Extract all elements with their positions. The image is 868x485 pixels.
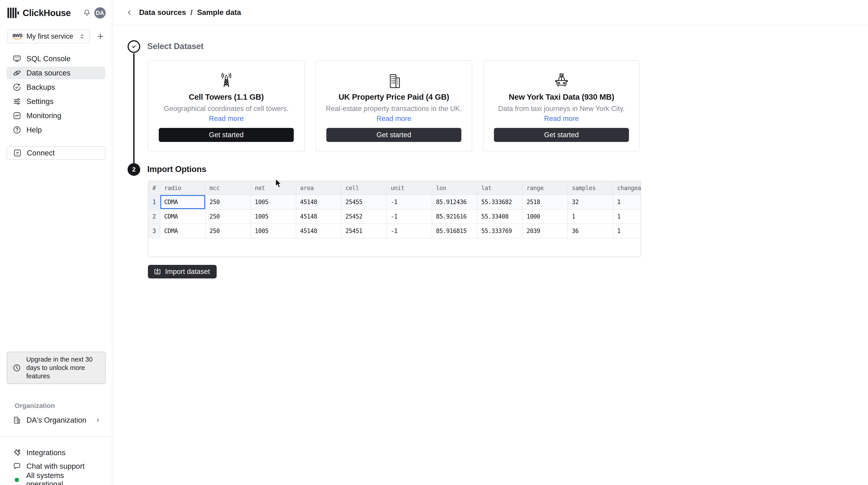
chat-bubble-icon bbox=[12, 462, 22, 471]
read-more-link[interactable]: Read more bbox=[209, 114, 244, 123]
table-cell-mcc[interactable]: 250 bbox=[205, 209, 251, 224]
table-cell-area[interactable]: 45148 bbox=[296, 195, 341, 209]
dataset-title: Cell Towers (1.1 GB) bbox=[189, 92, 264, 102]
table-cell-unit[interactable]: -1 bbox=[386, 209, 432, 224]
table-cell-cell[interactable]: 25451 bbox=[341, 224, 386, 238]
table-cell-range[interactable]: 1000 bbox=[522, 209, 568, 224]
sidebar-item-label: Settings bbox=[27, 97, 53, 106]
read-more-link[interactable]: Read more bbox=[544, 114, 579, 123]
column-header-range[interactable]: range bbox=[522, 181, 568, 195]
table-cell-lat[interactable]: 55.33408 bbox=[477, 209, 522, 224]
table-cell-unit[interactable]: -1 bbox=[386, 224, 432, 238]
table-cell-mcc[interactable]: 250 bbox=[205, 195, 251, 209]
get-started-button[interactable]: Get started bbox=[494, 128, 629, 142]
table-cell-lon[interactable]: 85.912436 bbox=[432, 195, 477, 209]
sidebar-item-label: Data sources bbox=[27, 69, 70, 77]
help-question-icon bbox=[12, 125, 22, 134]
select-dataset-title: Select Dataset bbox=[147, 41, 204, 51]
table-cell-area[interactable]: 45148 bbox=[296, 209, 341, 224]
table-cell-radio[interactable]: CDMA bbox=[160, 224, 205, 238]
sidebar-item-integrations[interactable]: Integrations bbox=[6, 448, 105, 458]
sql-console-icon bbox=[12, 54, 22, 63]
column-header-area[interactable]: area bbox=[296, 181, 341, 195]
dataset-card-ny-taxi: New York Taxi Data (930 MB) Data from ta… bbox=[483, 60, 640, 152]
back-chevron-icon[interactable] bbox=[126, 8, 134, 17]
table-cell-changeable[interactable]: 1 bbox=[613, 224, 641, 238]
table-cell-unit[interactable]: -1 bbox=[386, 195, 432, 209]
main-area: Data sources / Sample data Select Datase… bbox=[113, 0, 868, 485]
connect-label: Connect bbox=[27, 149, 55, 157]
sidebar-item-monitoring[interactable]: Monitoring bbox=[6, 109, 105, 122]
table-cell-samples[interactable]: 1 bbox=[568, 209, 613, 224]
dataset-card-cell-towers: Cell Towers (1.1 GB) Geographical coordi… bbox=[148, 60, 305, 152]
table-cell-net[interactable]: 1005 bbox=[251, 195, 296, 209]
column-header-lat[interactable]: lat bbox=[477, 181, 522, 195]
table-cell-cell[interactable]: 25452 bbox=[341, 209, 386, 224]
breadcrumb-parent[interactable]: Data sources bbox=[139, 8, 186, 17]
sidebar-item-label: Monitoring bbox=[27, 111, 61, 120]
column-header-changeable[interactable]: changeable bbox=[613, 181, 641, 195]
table-cell-lat[interactable]: 55.333769 bbox=[477, 224, 522, 238]
sidebar-item-data-sources[interactable]: Data sources bbox=[6, 67, 105, 79]
table-cell-net[interactable]: 1005 bbox=[251, 224, 296, 238]
organization-section-label: Organization bbox=[15, 402, 112, 409]
check-icon bbox=[130, 43, 137, 50]
sidebar-item-chat-support[interactable]: Chat with support bbox=[6, 461, 105, 472]
table-cell-mcc[interactable]: 250 bbox=[205, 224, 251, 238]
page-content: Select Dataset Cell Towers (1.1 GB) Geog… bbox=[113, 25, 868, 485]
column-header-lon[interactable]: lon bbox=[432, 181, 477, 195]
step-connector bbox=[133, 53, 134, 163]
footer-item-label: Chat with support bbox=[27, 462, 85, 471]
clickhouse-logo-icon[interactable] bbox=[7, 7, 19, 19]
sidebar-nav: SQL Console Data sources Ba bbox=[6, 53, 105, 136]
puzzle-icon bbox=[12, 448, 22, 457]
table-cell-samples[interactable]: 32 bbox=[568, 195, 613, 209]
table-cell-lon[interactable]: 85.921616 bbox=[432, 209, 477, 224]
column-header-mcc[interactable]: mcc bbox=[205, 181, 251, 195]
table-cell-cell[interactable]: 25455 bbox=[341, 195, 386, 209]
organization-switcher[interactable]: DA's Organization bbox=[6, 414, 105, 426]
clock-icon bbox=[7, 364, 26, 372]
row-number-header: # bbox=[148, 181, 160, 195]
connect-icon bbox=[13, 149, 22, 158]
upgrade-notice[interactable]: Upgrade in the next 30 days to unlock mo… bbox=[7, 352, 105, 384]
breadcrumb-separator: / bbox=[190, 8, 192, 17]
user-avatar[interactable]: DA bbox=[94, 7, 105, 19]
dataset-cards: Cell Towers (1.1 GB) Geographical coordi… bbox=[148, 60, 640, 152]
connect-button[interactable]: Connect bbox=[6, 146, 105, 160]
chevron-right-icon bbox=[94, 416, 102, 424]
get-started-button[interactable]: Get started bbox=[159, 128, 294, 142]
table-cell-area[interactable]: 45148 bbox=[296, 224, 341, 238]
system-status[interactable]: All systems operational bbox=[6, 475, 105, 485]
column-header-samples[interactable]: samples bbox=[568, 181, 613, 195]
table-cell-net[interactable]: 1005 bbox=[251, 209, 296, 224]
row-number: 2 bbox=[148, 209, 160, 224]
mouse-cursor bbox=[275, 179, 282, 189]
import-dataset-button[interactable]: Import dataset bbox=[148, 265, 217, 279]
step-2-indicator: 2 bbox=[128, 163, 140, 176]
column-header-radio[interactable]: radio bbox=[160, 181, 205, 195]
table-cell-changeable[interactable]: 1 bbox=[613, 195, 641, 209]
column-header-cell[interactable]: cell bbox=[341, 181, 386, 195]
table-cell-radio[interactable]: CDMA bbox=[160, 209, 205, 224]
sidebar-footer: Integrations Chat with support All syste… bbox=[6, 448, 105, 485]
sidebar-item-settings[interactable]: Settings bbox=[6, 95, 105, 108]
table-cell-samples[interactable]: 36 bbox=[568, 224, 613, 238]
column-header-net[interactable]: net bbox=[251, 181, 296, 195]
read-more-link[interactable]: Read more bbox=[377, 114, 411, 123]
sidebar-item-help[interactable]: Help bbox=[6, 124, 105, 136]
get-started-button[interactable]: Get started bbox=[327, 128, 461, 142]
notifications-bell-icon[interactable] bbox=[82, 8, 91, 18]
column-header-unit[interactable]: unit bbox=[386, 181, 432, 195]
table-cell-changeable[interactable]: 1 bbox=[613, 209, 641, 224]
table-cell-radio[interactable]: CDMA bbox=[160, 195, 205, 209]
sidebar-item-sql-console[interactable]: SQL Console bbox=[6, 53, 105, 65]
sidebar-item-backups[interactable]: Backups bbox=[6, 81, 105, 94]
table-cell-range[interactable]: 2518 bbox=[522, 195, 568, 209]
table-cell-range[interactable]: 2039 bbox=[522, 224, 568, 238]
service-selector[interactable]: aws My first service bbox=[7, 29, 90, 43]
table-cell-lon[interactable]: 85.916815 bbox=[432, 224, 477, 238]
table-cell-lat[interactable]: 55.333682 bbox=[477, 195, 522, 209]
step-1-indicator bbox=[128, 40, 140, 53]
add-service-plus-icon[interactable] bbox=[95, 31, 105, 41]
